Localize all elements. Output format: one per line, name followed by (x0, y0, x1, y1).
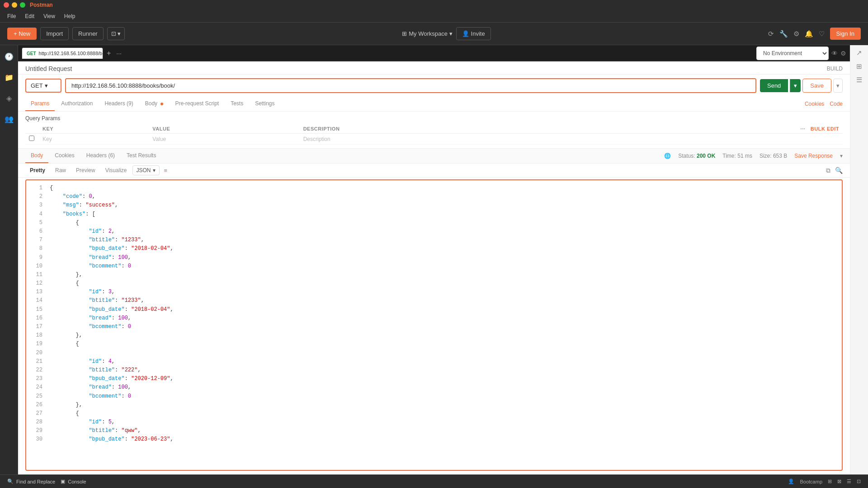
import-button[interactable]: Import (40, 27, 69, 40)
json-format-selector[interactable]: JSON ▾ (132, 165, 160, 175)
settings-icon[interactable]: ⚙ (840, 50, 846, 57)
minimize-traffic-light[interactable] (12, 2, 17, 8)
right-panel-icon-1[interactable]: ↗ (856, 49, 862, 57)
tab-tests[interactable]: Tests (225, 97, 249, 111)
menu-bar: File Edit View Help (0, 10, 868, 23)
sidebar-item-collections[interactable]: 📁 (2, 70, 16, 84)
send-button[interactable]: Send (760, 79, 788, 92)
heart-icon[interactable]: ♡ (819, 30, 825, 38)
wrench-icon[interactable]: 🔧 (779, 30, 788, 38)
sidebar-item-team[interactable]: 👥 (2, 112, 16, 126)
format-tab-visualize[interactable]: Visualize (101, 165, 132, 175)
json-line: 27 { (33, 409, 835, 418)
copy-button[interactable]: ⧉ (826, 167, 830, 174)
workspace-selector[interactable]: ⊞ My Workspace ▾ (402, 30, 453, 37)
new-tab-button[interactable]: + (104, 49, 113, 57)
sidebar-item-history[interactable]: 🕐 (2, 50, 16, 63)
menu-help[interactable]: Help (61, 12, 79, 21)
col-key: KEY (39, 124, 149, 134)
eye-icon[interactable]: 👁 (831, 50, 838, 57)
response-section: Body Cookies Headers (6) Test Results 🌐 … (18, 148, 850, 474)
json-line: 11 }, (33, 271, 835, 279)
json-line: 25 "bcomment": 0 (33, 392, 835, 401)
bulk-edit-button[interactable]: Bulk Edit (811, 126, 839, 131)
tab-authorization[interactable]: Authorization (56, 97, 98, 111)
sign-in-button[interactable]: Sign In (830, 28, 861, 40)
menu-file[interactable]: File (4, 12, 19, 21)
tab-pre-request-script[interactable]: Pre-request Script (170, 97, 224, 111)
format-tab-raw[interactable]: Raw (51, 165, 71, 175)
code-link[interactable]: Code (830, 101, 843, 107)
method-selector[interactable]: GET ▾ (25, 79, 61, 93)
col-checkbox (25, 124, 39, 134)
save-response-chevron[interactable]: ▾ (840, 153, 843, 159)
json-line: 8 "bpub_date": "2018-02-04", (33, 244, 835, 253)
right-panel-icon-3[interactable]: ☰ (856, 76, 862, 84)
send-dropdown-button[interactable]: ▾ (790, 79, 801, 92)
bell-icon[interactable]: 🔔 (805, 30, 813, 38)
format-tab-preview[interactable]: Preview (71, 165, 100, 175)
table-more-button[interactable]: ··· (801, 126, 806, 131)
url-bar: GET ▾ Send ▾ Save ▾ (18, 75, 850, 97)
tab-params[interactable]: Params (25, 97, 55, 111)
lines-icon[interactable]: ≡ (164, 167, 168, 174)
gear-icon[interactable]: ⚙ (793, 30, 799, 38)
size-label: Size: 653 B (760, 153, 787, 159)
runner-button[interactable]: Runner (72, 27, 104, 40)
notification-icon: 👤 (788, 479, 794, 484)
resp-tab-test-results[interactable]: Test Results (121, 149, 161, 163)
maximize-traffic-light[interactable] (20, 2, 25, 8)
tab-settings[interactable]: Settings (250, 97, 280, 111)
send-save-group: Send ▾ Save ▾ (760, 79, 843, 93)
description-cell[interactable]: Description (300, 134, 565, 145)
app-name: Postman (30, 2, 53, 8)
sidebar: 🕐 📁 ◈ 👥 (0, 45, 18, 474)
resp-tab-body[interactable]: Body (25, 149, 48, 163)
json-line: 30 "bpub_date": "2023-06-23", (33, 435, 835, 444)
save-response-button[interactable]: Save Response (794, 153, 833, 159)
save-button[interactable]: Save (802, 79, 831, 93)
url-input[interactable] (65, 78, 756, 93)
menu-view[interactable]: View (40, 12, 59, 21)
params-table: KEY VALUE DESCRIPTION ··· Bulk Edit Key … (25, 124, 843, 145)
find-replace-button[interactable]: 🔍 Find and Replace (7, 479, 55, 484)
more-tabs-button[interactable]: ··· (114, 50, 123, 57)
build-button[interactable]: BUILD (827, 66, 843, 72)
json-line: 14 "btitle": "1233", (33, 296, 835, 305)
tab-headers[interactable]: Headers (9) (99, 97, 138, 111)
tab-body[interactable]: Body (140, 97, 169, 111)
row-checkbox[interactable] (29, 136, 34, 141)
close-traffic-light[interactable] (4, 2, 9, 8)
workspace-name-label: My Workspace (409, 30, 448, 37)
invite-button[interactable]: 👤 Invite (456, 27, 491, 40)
workspace-chevron-icon: ▾ (449, 30, 453, 37)
new-button[interactable]: + New (7, 28, 37, 40)
json-line: 16 "bread": 100, (33, 314, 835, 323)
key-cell[interactable]: Key (39, 134, 149, 145)
environment-selector[interactable]: No Environment (756, 47, 829, 60)
save-dropdown-button[interactable]: ▾ (833, 79, 843, 93)
environment-area: No Environment 👁 ⚙ (756, 47, 846, 60)
toggle-button[interactable]: ⊡ ▾ (107, 27, 125, 40)
menu-edit[interactable]: Edit (21, 12, 38, 21)
right-panel-icon-2[interactable]: ⊞ (856, 62, 862, 70)
console-button[interactable]: ▣ Console (61, 479, 86, 484)
json-line: 5 { (33, 219, 835, 227)
json-line: 28 "id": 5, (33, 418, 835, 427)
request-tab[interactable]: GET http://192.168.56.100:8888/boo... × (22, 47, 103, 59)
value-cell[interactable]: Value (149, 134, 299, 145)
response-status-area: 🌐 Status: 200 OK Time: 51 ms Size: 653 B… (664, 153, 843, 159)
response-json-body[interactable]: 1{ 2 "code": 0, 3 "msg": "success", 4 "b… (25, 179, 843, 471)
cookies-link[interactable]: Cookies (805, 101, 824, 107)
resp-tab-headers[interactable]: Headers (6) (81, 149, 120, 163)
json-label: JSON (137, 167, 151, 174)
format-tab-pretty[interactable]: Pretty (25, 165, 50, 175)
search-button[interactable]: 🔍 (835, 167, 843, 174)
statusbar-icon-2: ⊠ (837, 479, 841, 484)
bootcamp-label[interactable]: Bootcamp (800, 479, 822, 484)
sync-icon[interactable]: ⟳ (768, 30, 774, 38)
request-tabs: Params Authorization Headers (9) Body Pr… (18, 97, 850, 112)
json-line: 3 "msg": "success", (33, 201, 835, 210)
sidebar-item-api[interactable]: ◈ (2, 91, 16, 105)
resp-tab-cookies[interactable]: Cookies (49, 149, 80, 163)
